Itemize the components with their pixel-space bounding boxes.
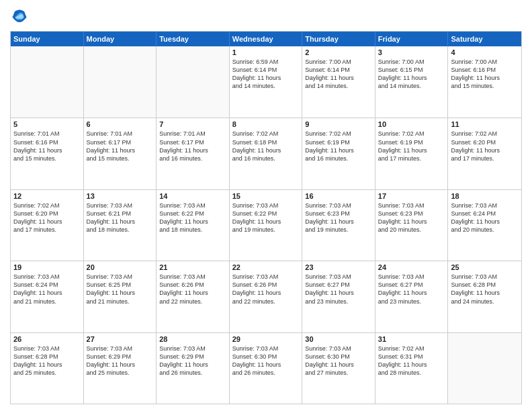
- cell-info-5: Sunrise: 7:01 AMSunset: 6:16 PMDaylight:…: [13, 130, 81, 163]
- day-number-4: 4: [451, 48, 519, 56]
- day-number-22: 22: [232, 263, 300, 271]
- calendar: SundayMondayTuesdayWednesdayThursdayFrid…: [10, 31, 522, 404]
- cell-info-29: Sunrise: 7:03 AMSunset: 6:30 PMDaylight:…: [232, 345, 300, 377]
- cell-info-4: Sunrise: 7:00 AMSunset: 6:16 PMDaylight:…: [451, 58, 519, 91]
- cell-info-12: Sunrise: 7:02 AMSunset: 6:20 PMDaylight:…: [13, 201, 81, 234]
- day-number-13: 13: [87, 192, 154, 200]
- cell-info-16: Sunrise: 7:03 AMSunset: 6:23 PMDaylight:…: [305, 201, 372, 234]
- day-cell-29: 29Sunrise: 7:03 AMSunset: 6:30 PMDayligh…: [230, 333, 303, 404]
- cell-info-8: Sunrise: 7:02 AMSunset: 6:18 PMDaylight:…: [232, 130, 300, 163]
- cell-info-10: Sunrise: 7:02 AMSunset: 6:19 PMDaylight:…: [378, 130, 445, 163]
- cell-info-23: Sunrise: 7:03 AMSunset: 6:27 PMDaylight:…: [305, 273, 372, 306]
- day-cell-7: 7Sunrise: 7:01 AMSunset: 6:17 PMDaylight…: [157, 118, 230, 189]
- day-number-30: 30: [305, 335, 372, 343]
- day-cell-12: 12Sunrise: 7:02 AMSunset: 6:20 PMDayligh…: [11, 190, 84, 261]
- day-number-21: 21: [159, 263, 226, 271]
- day-number-11: 11: [451, 120, 519, 128]
- calendar-header: SundayMondayTuesdayWednesdayThursdayFrid…: [11, 32, 521, 46]
- cell-info-11: Sunrise: 7:02 AMSunset: 6:20 PMDaylight:…: [451, 130, 519, 163]
- cell-info-3: Sunrise: 7:00 AMSunset: 6:15 PMDaylight:…: [378, 58, 445, 91]
- day-number-7: 7: [159, 120, 226, 128]
- weekday-header-saturday: Saturday: [448, 32, 521, 46]
- day-number-28: 28: [159, 335, 226, 343]
- empty-cell-r0-c0: [11, 46, 84, 118]
- day-cell-15: 15Sunrise: 7:03 AMSunset: 6:22 PMDayligh…: [230, 190, 303, 261]
- day-cell-18: 18Sunrise: 7:03 AMSunset: 6:24 PMDayligh…: [448, 190, 521, 261]
- calendar-row-4: 26Sunrise: 7:03 AMSunset: 6:28 PMDayligh…: [11, 332, 521, 404]
- day-cell-22: 22Sunrise: 7:03 AMSunset: 6:26 PMDayligh…: [230, 261, 303, 332]
- day-cell-20: 20Sunrise: 7:03 AMSunset: 6:25 PMDayligh…: [84, 261, 157, 332]
- weekday-header-sunday: Sunday: [11, 32, 84, 46]
- cell-info-20: Sunrise: 7:03 AMSunset: 6:25 PMDaylight:…: [87, 273, 154, 306]
- day-number-29: 29: [232, 335, 300, 343]
- day-cell-8: 8Sunrise: 7:02 AMSunset: 6:18 PMDaylight…: [230, 118, 303, 189]
- day-number-6: 6: [87, 120, 154, 128]
- day-number-18: 18: [451, 192, 519, 200]
- weekday-header-wednesday: Wednesday: [230, 32, 303, 46]
- cell-info-7: Sunrise: 7:01 AMSunset: 6:17 PMDaylight:…: [159, 130, 226, 163]
- day-number-23: 23: [305, 263, 372, 271]
- day-number-3: 3: [378, 48, 445, 56]
- day-number-9: 9: [305, 120, 372, 128]
- day-cell-25: 25Sunrise: 7:03 AMSunset: 6:28 PMDayligh…: [448, 261, 521, 332]
- header: [10, 7, 522, 26]
- cell-info-22: Sunrise: 7:03 AMSunset: 6:26 PMDaylight:…: [232, 273, 300, 306]
- day-number-12: 12: [13, 192, 81, 200]
- cell-info-14: Sunrise: 7:03 AMSunset: 6:22 PMDaylight:…: [159, 201, 226, 234]
- day-cell-4: 4Sunrise: 7:00 AMSunset: 6:16 PMDaylight…: [448, 46, 521, 118]
- day-cell-9: 9Sunrise: 7:02 AMSunset: 6:19 PMDaylight…: [302, 118, 375, 189]
- empty-cell-r4-c6: [448, 333, 521, 404]
- day-number-1: 1: [232, 48, 300, 56]
- day-number-15: 15: [232, 192, 300, 200]
- page: SundayMondayTuesdayWednesdayThursdayFrid…: [0, 0, 532, 411]
- day-cell-16: 16Sunrise: 7:03 AMSunset: 6:23 PMDayligh…: [302, 190, 375, 261]
- cell-info-19: Sunrise: 7:03 AMSunset: 6:24 PMDaylight:…: [13, 273, 81, 306]
- day-cell-26: 26Sunrise: 7:03 AMSunset: 6:28 PMDayligh…: [11, 333, 84, 404]
- calendar-row-0: 1Sunrise: 6:59 AMSunset: 6:14 PMDaylight…: [11, 46, 521, 118]
- day-number-5: 5: [13, 120, 81, 128]
- day-cell-31: 31Sunrise: 7:02 AMSunset: 6:31 PMDayligh…: [375, 333, 449, 404]
- empty-cell-r0-c2: [157, 46, 230, 118]
- cell-info-25: Sunrise: 7:03 AMSunset: 6:28 PMDaylight:…: [451, 273, 519, 306]
- logo-icon: [10, 7, 29, 26]
- cell-info-24: Sunrise: 7:03 AMSunset: 6:27 PMDaylight:…: [378, 273, 445, 306]
- cell-info-27: Sunrise: 7:03 AMSunset: 6:29 PMDaylight:…: [87, 345, 154, 377]
- day-number-26: 26: [13, 335, 81, 343]
- cell-info-15: Sunrise: 7:03 AMSunset: 6:22 PMDaylight:…: [232, 201, 300, 234]
- day-cell-11: 11Sunrise: 7:02 AMSunset: 6:20 PMDayligh…: [448, 118, 521, 189]
- calendar-row-2: 12Sunrise: 7:02 AMSunset: 6:20 PMDayligh…: [11, 189, 521, 261]
- day-number-20: 20: [87, 263, 154, 271]
- day-number-14: 14: [159, 192, 226, 200]
- calendar-row-3: 19Sunrise: 7:03 AMSunset: 6:24 PMDayligh…: [11, 261, 521, 332]
- day-cell-21: 21Sunrise: 7:03 AMSunset: 6:26 PMDayligh…: [157, 261, 230, 332]
- day-number-17: 17: [378, 192, 445, 200]
- day-number-8: 8: [232, 120, 300, 128]
- day-number-24: 24: [378, 263, 445, 271]
- day-cell-13: 13Sunrise: 7:03 AMSunset: 6:21 PMDayligh…: [84, 190, 157, 261]
- day-cell-30: 30Sunrise: 7:03 AMSunset: 6:30 PMDayligh…: [302, 333, 375, 404]
- cell-info-31: Sunrise: 7:02 AMSunset: 6:31 PMDaylight:…: [378, 345, 445, 377]
- day-cell-28: 28Sunrise: 7:03 AMSunset: 6:29 PMDayligh…: [157, 333, 230, 404]
- day-number-16: 16: [305, 192, 372, 200]
- day-cell-23: 23Sunrise: 7:03 AMSunset: 6:27 PMDayligh…: [302, 261, 375, 332]
- day-cell-1: 1Sunrise: 6:59 AMSunset: 6:14 PMDaylight…: [230, 46, 303, 118]
- day-number-19: 19: [13, 263, 81, 271]
- day-number-27: 27: [87, 335, 154, 343]
- day-cell-2: 2Sunrise: 7:00 AMSunset: 6:14 PMDaylight…: [302, 46, 375, 118]
- cell-info-1: Sunrise: 6:59 AMSunset: 6:14 PMDaylight:…: [232, 58, 300, 91]
- calendar-body: 1Sunrise: 6:59 AMSunset: 6:14 PMDaylight…: [11, 46, 521, 404]
- calendar-row-1: 5Sunrise: 7:01 AMSunset: 6:16 PMDaylight…: [11, 118, 521, 189]
- day-cell-24: 24Sunrise: 7:03 AMSunset: 6:27 PMDayligh…: [375, 261, 449, 332]
- day-number-10: 10: [378, 120, 445, 128]
- weekday-header-monday: Monday: [84, 32, 157, 46]
- cell-info-28: Sunrise: 7:03 AMSunset: 6:29 PMDaylight:…: [159, 345, 226, 377]
- cell-info-26: Sunrise: 7:03 AMSunset: 6:28 PMDaylight:…: [13, 345, 81, 377]
- cell-info-2: Sunrise: 7:00 AMSunset: 6:14 PMDaylight:…: [305, 58, 372, 91]
- cell-info-30: Sunrise: 7:03 AMSunset: 6:30 PMDaylight:…: [305, 345, 372, 377]
- weekday-header-thursday: Thursday: [302, 32, 375, 46]
- cell-info-9: Sunrise: 7:02 AMSunset: 6:19 PMDaylight:…: [305, 130, 372, 163]
- cell-info-17: Sunrise: 7:03 AMSunset: 6:23 PMDaylight:…: [378, 201, 445, 234]
- day-cell-10: 10Sunrise: 7:02 AMSunset: 6:19 PMDayligh…: [375, 118, 449, 189]
- cell-info-18: Sunrise: 7:03 AMSunset: 6:24 PMDaylight:…: [451, 201, 519, 234]
- day-cell-6: 6Sunrise: 7:01 AMSunset: 6:17 PMDaylight…: [84, 118, 157, 189]
